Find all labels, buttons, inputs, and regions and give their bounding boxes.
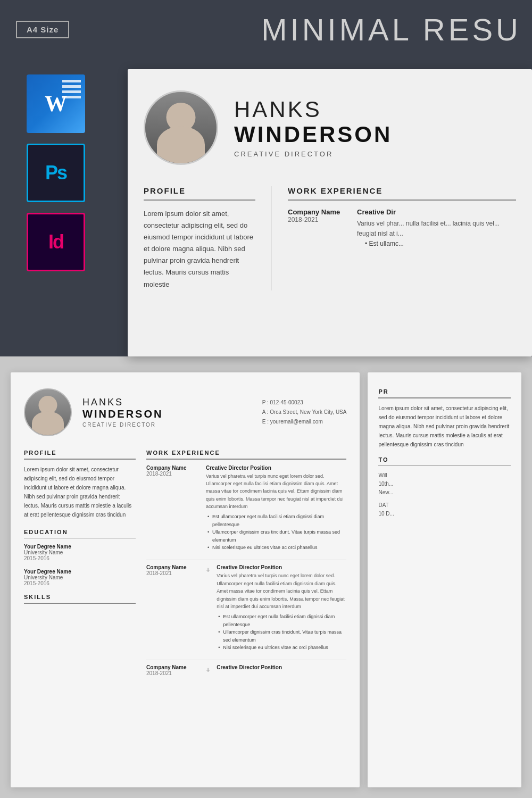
lower-resume-body-main: PROFILE Lorem ipsum dolor sit amet, cons… [24, 450, 346, 685]
resume-body-upper: PROFILE Lorem ipsum dolor sit amet, cons… [144, 186, 516, 290]
contact-address: A : Orca Street, New York City, USA [262, 408, 347, 417]
lower-profile-text: Lorem ipsum dolor sit amet, consectetur … [24, 465, 136, 519]
skills-sec-line [24, 603, 136, 604]
profile-divider-upper [144, 200, 255, 201]
indesign-icon: Id [27, 213, 85, 271]
lower-resume-header: HANKS WINDERSON CREATIVE DIRECTOR P : 01… [24, 388, 346, 436]
we-plus-3: + [206, 666, 210, 676]
avatar-silhouette [145, 92, 217, 163]
we-bullet-1-2: Ullamcorper dignissim cras tincidunt. Vi… [206, 528, 346, 544]
we-entry-3: Company Name 2018-2021 + Creative Direct… [146, 664, 346, 676]
resume-page-second: PR Lorem ipsum dolor sit amet, consectet… [368, 372, 521, 787]
we-company-name-3: Company Name [146, 664, 200, 670]
main-title: MINIMAL RESU [261, 0, 532, 59]
word-line-3 [62, 90, 81, 93]
second-profile-line [378, 397, 511, 398]
we-bullet-1-1: Est ullamcorper eget nulla facilisi etia… [206, 513, 346, 528]
work-bullet-upper: Est ullamc... [365, 239, 516, 249]
we-position-1: Creative Director Position [206, 465, 346, 471]
upper-section: W Ps Id [0, 59, 532, 356]
we-company-2: Company Name 2018-2021 [146, 564, 200, 651]
company-name-upper: Company Name [288, 208, 346, 216]
we-date-1: 2018-2021 [146, 471, 200, 477]
we-sec-title: WORK EXPERIENCE [146, 450, 346, 456]
we-bullet-1-3: Nisi scelerisque eu ultrices vitae ac or… [206, 544, 346, 551]
we-company-3: Company Name 2018-2021 [146, 664, 200, 676]
we-sec-line [146, 459, 346, 460]
lower-job-title-main: CREATIVE DIRECTOR [82, 422, 163, 428]
tool-detail-2: 10 D... [378, 510, 511, 518]
avatar-upper [144, 90, 218, 165]
we-details-2: Creative Director Position Varius vel ph… [217, 564, 346, 651]
second-to-line [378, 466, 511, 467]
photoshop-icon: Ps [27, 144, 85, 202]
lower-section: HANKS WINDERSON CREATIVE DIRECTOR P : 01… [0, 356, 532, 798]
word-line-4 [62, 96, 81, 98]
tool-name-1: Will [378, 471, 511, 480]
a4-badge: A4 Size [16, 21, 69, 38]
tool-label-dat: DAT [378, 501, 511, 510]
skills-sec-title: SKILLS [24, 594, 136, 600]
resume-name-block-upper: HANKS WINDERSON CREATIVE DIRECTOR [234, 97, 392, 157]
resume-page-main: HANKS WINDERSON CREATIVE DIRECTOR P : 01… [11, 372, 360, 787]
lower-last-name-main: WINDERSON [82, 408, 163, 420]
tool-detail-1b: New... [378, 488, 511, 497]
work-exp-divider-upper [288, 200, 516, 201]
edu-sec-line [24, 538, 136, 539]
we-position-3: Creative Director Position [217, 664, 346, 670]
edu-school-2: University Name [24, 575, 136, 580]
second-profile-text: Lorem ipsum dolor sit amet, consectetur … [378, 404, 511, 449]
second-to-title: TO [378, 456, 511, 463]
we-details-1: Creative Director Position Varius vel ph… [206, 465, 346, 552]
second-to-detail-1: Will 10th... New... [378, 471, 511, 497]
contact-email: E : youremail@email.com [262, 417, 347, 427]
we-bullet-2-3: Nisi scelerisque eu ultrices vitae ac or… [217, 644, 346, 651]
we-date-2: 2018-2021 [146, 570, 200, 576]
job-title-upper: CREATIVE DIRECTOR [234, 150, 392, 158]
second-to-detail-2: DAT 10 D... [378, 501, 511, 518]
tool-detail-1: 10th... [378, 480, 511, 488]
lower-right-main: WORK EXPERIENCE Company Name 2018-2021 C… [146, 450, 346, 685]
we-desc-2: Varius vel pharetra vel turpis nunc eget… [217, 572, 346, 610]
edu-item-1: Your Degree Name University Name 2015-20… [24, 544, 136, 561]
we-desc-1: Varius vel pharetra vel turpis nunc eget… [206, 472, 346, 511]
we-divider-1 [146, 560, 346, 560]
we-divider-2 [146, 660, 346, 660]
last-name-upper: WINDERSON [234, 122, 392, 147]
edu-school-1: University Name [24, 550, 136, 555]
avatar-lower-main [24, 388, 72, 436]
first-name-upper: HANKS [234, 97, 392, 122]
second-profile-title: PR [378, 388, 511, 395]
work-desc-upper: Varius vel phar... nulla facilisi et... … [357, 219, 516, 239]
lower-first-name-main: HANKS [82, 397, 163, 408]
we-company-1: Company Name 2018-2021 [146, 465, 200, 552]
icons-column: W Ps Id [0, 59, 112, 356]
word-icon: W [27, 74, 85, 133]
edu-sec-title: EDUCATION [24, 529, 136, 535]
work-entry-upper: Company Name 2018-2021 Creative Dir Vari… [288, 208, 516, 250]
we-entry-2: Company Name 2018-2021 + Creative Direct… [146, 564, 346, 651]
work-exp-heading-upper: WORK EXPERIENCE [288, 186, 516, 195]
lower-left-main: PROFILE Lorem ipsum dolor sit amet, cons… [24, 450, 136, 685]
we-entry-1: Company Name 2018-2021 Creative Director… [146, 465, 346, 552]
edu-item-2: Your Degree Name University Name 2015-20… [24, 569, 136, 586]
we-bullet-2-2: Ullamcorper dignissim cras tincidunt. Vi… [217, 628, 346, 644]
edu-degree-2: Your Degree Name [24, 569, 136, 575]
work-details-upper: Creative Dir Varius vel phar... nulla fa… [357, 208, 516, 250]
we-company-name-2: Company Name [146, 564, 200, 570]
profile-text-upper: Lorem ipsum dolor sit amet, consectetur … [144, 208, 255, 290]
word-icon-lines [62, 80, 81, 98]
resume-right-col-upper: WORK EXPERIENCE Company Name 2018-2021 C… [271, 186, 516, 290]
we-date-3: 2018-2021 [146, 670, 200, 676]
word-line-1 [62, 80, 81, 82]
work-company-upper: Company Name 2018-2021 [288, 208, 346, 250]
id-icon-text: Id [48, 231, 63, 253]
resume-preview-upper: HANKS WINDERSON CREATIVE DIRECTOR PROFIL… [128, 69, 532, 356]
lower-contact: P : 012-45-00023 A : Orca Street, New Yo… [262, 398, 347, 427]
we-plus-2: + [206, 566, 210, 651]
profile-sec-title: PROFILE [24, 450, 136, 456]
word-line-2 [62, 85, 81, 88]
work-position-upper: Creative Dir [357, 208, 516, 216]
we-bullet-2-1: Est ullamcorper eget nulla facilisi etia… [217, 613, 346, 628]
top-header: A4 Size MINIMAL RESU [0, 0, 532, 59]
